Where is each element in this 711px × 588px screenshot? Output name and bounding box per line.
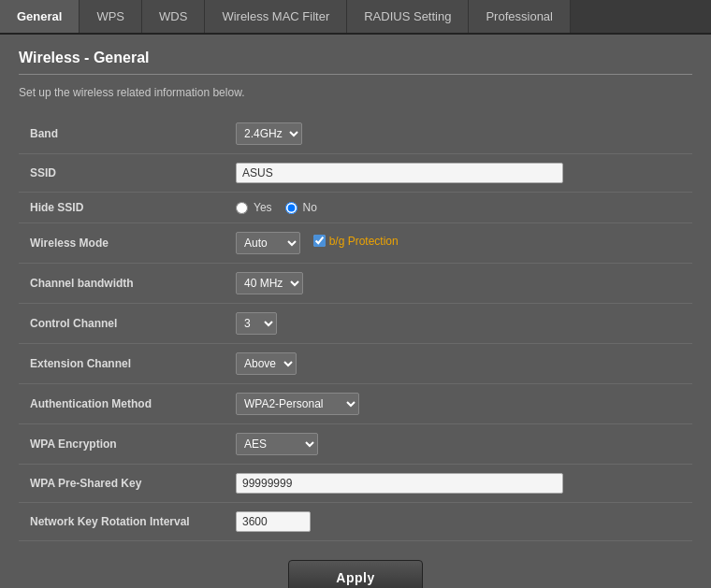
title-divider	[19, 74, 692, 75]
hide-ssid-no-text: No	[303, 201, 317, 214]
wpa-enc-select[interactable]: AES TKIP TKIP+AES	[236, 433, 318, 455]
control-channel-select[interactable]: 1 2 3 4 5 6 7 8 9 10 11	[236, 312, 277, 335]
page-subtitle: Set up the wireless related information …	[19, 86, 692, 99]
hide-ssid-no-radio[interactable]	[285, 202, 297, 214]
auth-method-select[interactable]: Open System WPA-Personal WPA2-Personal W…	[236, 393, 359, 415]
auth-method-label: Authentication Method	[19, 384, 225, 424]
apply-button[interactable]: Apply	[288, 560, 422, 588]
tab-radius-setting[interactable]: RADIUS Setting	[347, 0, 469, 33]
hide-ssid-row: Hide SSID Yes No	[19, 193, 692, 223]
wpa-key-row: WPA Pre-Shared Key	[19, 465, 692, 503]
bg-protection-label: b/g Protection	[329, 235, 399, 248]
channel-bw-select[interactable]: 20 MHz 40 MHz	[236, 272, 303, 294]
ssid-label: SSID	[19, 154, 225, 193]
band-row: Band 2.4GHz 5GHz	[19, 114, 692, 154]
page-title: Wireless - General	[19, 50, 692, 66]
hide-ssid-yes-radio[interactable]	[236, 202, 248, 214]
net-key-row: Network Key Rotation Interval	[19, 503, 692, 541]
wireless-mode-select[interactable]: Auto N only B/G/N Legacy	[236, 232, 300, 254]
auth-method-row: Authentication Method Open System WPA-Pe…	[19, 384, 692, 424]
hide-ssid-no-label[interactable]: No	[285, 201, 317, 214]
channel-bw-row: Channel bandwidth 20 MHz 40 MHz	[19, 264, 692, 304]
tab-general[interactable]: General	[0, 0, 80, 33]
bg-protection-checkbox[interactable]	[313, 235, 326, 247]
extension-channel-select[interactable]: Above Below	[236, 352, 297, 375]
wpa-key-input[interactable]	[236, 473, 563, 494]
extension-channel-label: Extension Channel	[19, 344, 225, 384]
control-channel-label: Control Channel	[19, 304, 225, 344]
tab-wireless-mac-filter[interactable]: Wireless MAC Filter	[205, 0, 347, 33]
wpa-enc-label: WPA Encryption	[19, 424, 225, 465]
tab-wds[interactable]: WDS	[142, 0, 205, 33]
hide-ssid-yes-label[interactable]: Yes	[236, 201, 272, 214]
hide-ssid-yes-text: Yes	[254, 201, 272, 214]
wpa-enc-row: WPA Encryption AES TKIP TKIP+AES	[19, 424, 692, 465]
ssid-input[interactable]	[236, 163, 563, 183]
main-content: Wireless - General Set up the wireless r…	[0, 35, 711, 588]
settings-table: Band 2.4GHz 5GHz SSID Hide SSID	[19, 114, 692, 541]
tab-wps[interactable]: WPS	[80, 0, 142, 33]
band-select[interactable]: 2.4GHz 5GHz	[236, 122, 302, 145]
wireless-mode-label: Wireless Mode	[19, 223, 225, 264]
channel-bw-label: Channel bandwidth	[19, 264, 225, 304]
hide-ssid-label: Hide SSID	[19, 193, 225, 223]
band-label: Band	[19, 114, 225, 154]
control-channel-row: Control Channel 1 2 3 4 5 6 7 8 9 10 11	[19, 304, 692, 344]
wpa-key-label: WPA Pre-Shared Key	[19, 465, 225, 503]
tab-bar: General WPS WDS Wireless MAC Filter RADI…	[0, 0, 711, 35]
net-key-input[interactable]	[236, 511, 311, 532]
button-row: Apply	[19, 560, 692, 588]
wireless-mode-row: Wireless Mode Auto N only B/G/N Legacy b…	[19, 223, 692, 264]
net-key-label: Network Key Rotation Interval	[19, 503, 225, 541]
extension-channel-row: Extension Channel Above Below	[19, 344, 692, 384]
bg-protection-group: b/g Protection	[313, 235, 399, 248]
tab-professional[interactable]: Professional	[469, 0, 571, 33]
hide-ssid-radio-group: Yes No	[236, 201, 681, 214]
ssid-row: SSID	[19, 154, 692, 193]
